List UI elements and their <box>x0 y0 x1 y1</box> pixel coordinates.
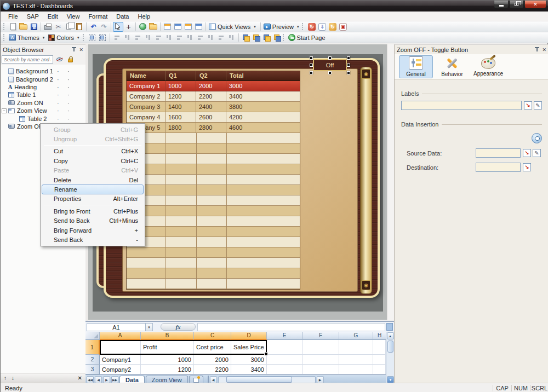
scroll-up-icon[interactable]: ▲ <box>387 332 394 339</box>
formula-bar[interactable] <box>197 323 385 331</box>
restore-button[interactable] <box>509 1 524 9</box>
start-page-button[interactable]: Start Page <box>287 33 328 43</box>
menu-item-delete[interactable]: DeleteDel <box>42 175 144 185</box>
menu-item-bring-to-front[interactable]: Bring to FrontCtrl+Plus <box>42 206 144 216</box>
minimize-button[interactable] <box>494 1 509 9</box>
save-button[interactable] <box>28 22 39 32</box>
selection-handle[interactable] <box>328 71 332 74</box>
tab-behavior[interactable]: Behavior <box>435 55 469 78</box>
close-button[interactable]: ✕ <box>524 1 546 9</box>
space-evenly-h-button[interactable] <box>174 33 185 43</box>
scroll-right-icon[interactable]: ▶ <box>317 376 324 383</box>
cell-a2[interactable]: Company1 <box>100 355 141 365</box>
move-up-icon[interactable]: ↑ <box>4 375 7 381</box>
quick-views-button[interactable]: Quick Views ▾ <box>208 22 259 32</box>
cell-b1[interactable]: Profit <box>141 340 194 355</box>
row-header-2[interactable]: 2 <box>85 355 100 365</box>
labels-input[interactable] <box>401 101 522 110</box>
align-right-button[interactable] <box>133 33 143 43</box>
cell-d2[interactable]: 3000 <box>231 355 267 365</box>
data-insertion-info-icon[interactable] <box>532 133 542 143</box>
edit-text-icon[interactable]: ✎ <box>533 149 541 157</box>
export-file-button[interactable] <box>148 22 158 32</box>
export-pdf-button[interactable]: ▣ <box>338 22 348 32</box>
name-box[interactable]: A1 <box>87 323 146 331</box>
zoom-off-toggle-button[interactable]: Off <box>313 59 347 71</box>
tree-item-table1[interactable]: Table 1 ·· <box>1 91 85 99</box>
new-button[interactable] <box>8 22 18 32</box>
insert-function-button[interactable]: fx <box>161 323 196 331</box>
ungroup-button[interactable] <box>98 33 108 43</box>
print-button[interactable] <box>43 22 53 32</box>
canvas-scrollbar[interactable] <box>387 44 394 320</box>
last-sheet-icon[interactable]: ▶▶ <box>111 376 118 383</box>
cell-a3[interactable]: Company2 <box>100 365 141 374</box>
align-middle-button[interactable] <box>153 33 164 43</box>
collapse-expander-icon[interactable]: − <box>2 108 7 113</box>
selection-handle[interactable] <box>310 56 313 60</box>
name-box-dropdown-icon[interactable]: ▼ <box>146 323 153 331</box>
column-header-d[interactable]: D <box>231 332 267 340</box>
previous-sheet-icon[interactable]: ◀ <box>95 376 102 383</box>
search-input[interactable] <box>2 55 53 64</box>
export-refresh-button[interactable]: ↻ <box>327 22 338 32</box>
cut-button[interactable]: ✂ <box>53 22 64 32</box>
cell-a1[interactable] <box>100 340 141 355</box>
select-tool-button[interactable] <box>113 22 123 32</box>
tab-general[interactable]: General <box>399 55 433 78</box>
open-button[interactable] <box>18 22 28 32</box>
same-height-button[interactable] <box>206 33 216 43</box>
menu-sap[interactable]: SAP <box>22 13 43 20</box>
row-header-3[interactable]: 3 <box>85 365 100 374</box>
close-panel-icon[interactable]: ✕ <box>542 47 546 53</box>
send-to-back-button[interactable] <box>251 33 261 43</box>
cell-selector-icon[interactable]: ↘ <box>523 163 531 171</box>
edit-text-icon[interactable]: ✎ <box>534 101 542 109</box>
formula-bar-expand-button[interactable] <box>386 323 393 331</box>
table-row[interactable]: Company 5 1800 2800 4600 <box>127 123 300 133</box>
cell-c1[interactable]: Cost price <box>194 340 231 355</box>
export-snapshot-button[interactable]: ⇓ <box>317 22 327 32</box>
menu-item-properties[interactable]: PropertiesAlt+Enter <box>42 194 144 204</box>
bring-forward-button[interactable] <box>261 33 272 43</box>
redo-button[interactable]: ↷ <box>99 22 109 32</box>
menu-item-send-back[interactable]: Send Back- <box>42 235 144 244</box>
selection-handle[interactable] <box>328 56 332 60</box>
menu-item-send-to-back[interactable]: Send to BackCtrl+Minus <box>42 216 144 226</box>
group-button[interactable] <box>87 33 98 43</box>
sheet-vertical-scrollbar[interactable]: ▲ ▼ <box>386 332 394 384</box>
sheet-horizontal-scrollbar[interactable] <box>218 376 316 383</box>
cell-d1[interactable]: Sales Price <box>231 340 267 355</box>
themes-button[interactable]: A Themes ▾ <box>8 33 47 43</box>
align-center-button[interactable] <box>122 33 133 43</box>
menu-edit[interactable]: Edit <box>43 13 62 20</box>
cell-c2[interactable]: 2000 <box>194 355 231 365</box>
column-header-a[interactable]: A <box>100 332 141 340</box>
next-sheet-icon[interactable]: ▶ <box>103 376 110 383</box>
menu-data[interactable]: Data <box>112 13 133 20</box>
decrease-canvas-button[interactable] <box>193 22 204 32</box>
same-size-button[interactable] <box>216 33 226 43</box>
destination-input[interactable] <box>476 163 521 172</box>
tree-item-zoom-on[interactable]: Zoom ON ·· <box>1 99 85 107</box>
column-header-b[interactable]: B <box>141 332 194 340</box>
cell-selector-icon[interactable]: ↘ <box>524 101 532 109</box>
table-row[interactable]: Company 4 1600 2600 4200 <box>127 112 300 123</box>
pin-icon[interactable] <box>71 47 76 52</box>
tree-item-heading[interactable]: A Heading ·· <box>1 83 85 91</box>
selection-handle[interactable] <box>347 71 350 74</box>
paste-button[interactable] <box>74 22 84 32</box>
pin-icon[interactable] <box>534 47 539 52</box>
send-backward-button[interactable] <box>272 33 282 43</box>
fit-canvas-button[interactable] <box>173 22 183 32</box>
cell-selector-icon[interactable]: ↘ <box>523 149 531 157</box>
increase-canvas-button[interactable] <box>183 22 193 32</box>
column-header-f[interactable]: F <box>302 332 339 340</box>
manage-tabs-button[interactable] <box>162 22 173 32</box>
first-sheet-icon[interactable]: ◀◀ <box>87 376 94 383</box>
menu-help[interactable]: Help <box>133 13 155 20</box>
scroll-left-icon[interactable]: ◀ <box>210 376 217 383</box>
preview-button[interactable]: ▶ Preview ▾ <box>262 22 302 32</box>
menu-format[interactable]: Format <box>84 13 112 20</box>
table-row[interactable]: Company 3 1400 2400 3800 <box>127 102 300 112</box>
